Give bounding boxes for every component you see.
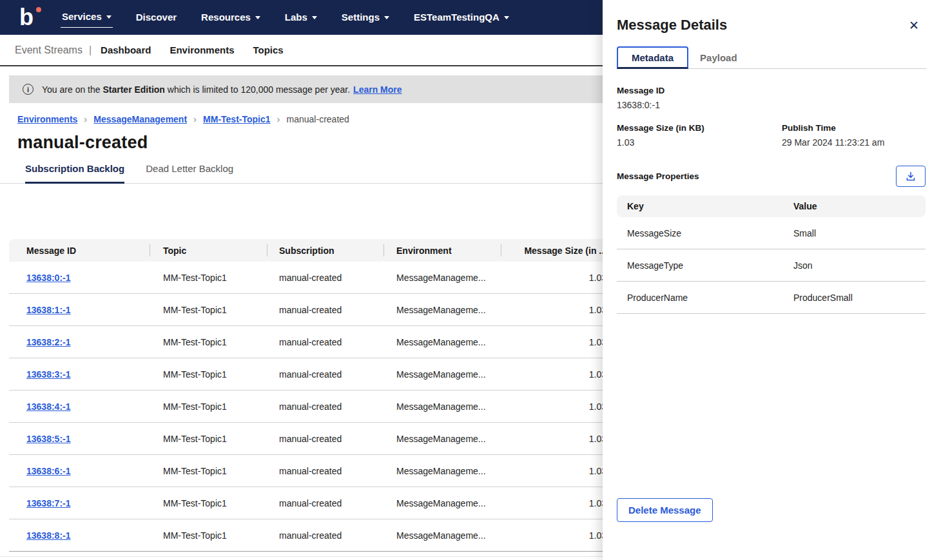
message-size-value: 1.03 xyxy=(617,137,782,148)
cell-environment: MessageManageme... xyxy=(383,455,501,487)
brand-logo-dot-icon xyxy=(36,7,41,12)
message-details-panel: Message Details ✕ Metadata Payload Messa… xyxy=(603,0,941,560)
message-id-link[interactable]: 13638:2:-1 xyxy=(26,337,71,347)
tab-metadata[interactable]: Metadata xyxy=(617,46,688,69)
message-id-link[interactable]: 13638:6:-1 xyxy=(26,466,71,476)
subnav-item-dashboard[interactable]: Dashboard xyxy=(101,44,151,55)
nav-item-account-menu[interactable]: ESTeamTestingQA xyxy=(412,8,510,28)
property-value: ProducerSmall xyxy=(782,293,926,303)
cell-subscription: manual-created xyxy=(267,487,383,519)
cell-message-id: 13638:7:-1 xyxy=(9,487,150,519)
cell-topic: MM-Test-Topic1 xyxy=(150,391,267,422)
cell-message-size: 1.03 xyxy=(501,455,616,487)
nav-item-resources[interactable]: Resources xyxy=(200,8,262,28)
product-section-label: Event Streams xyxy=(15,44,82,56)
table-row[interactable]: 13638:3:-1MM-Test-Topic1manual-createdMe… xyxy=(9,358,616,391)
messages-table-header: Message ID Topic Subscription Environmen… xyxy=(9,239,616,262)
nav-item-label: Settings xyxy=(342,12,380,23)
nav-item-settings[interactable]: Settings xyxy=(340,8,391,28)
chevron-right-icon: › xyxy=(84,113,87,124)
message-size-label: Message Size (in KB) xyxy=(617,123,782,133)
properties-table-header: Key Value xyxy=(617,195,926,217)
property-value: Small xyxy=(782,228,926,238)
table-row[interactable]: 13638:7:-1MM-Test-Topic1manual-createdMe… xyxy=(9,487,616,519)
column-header-subscription: Subscription xyxy=(267,239,383,262)
cell-subscription: manual-created xyxy=(267,262,383,293)
cell-message-size: 1.03 xyxy=(501,326,616,358)
message-id-link[interactable]: 13638:5:-1 xyxy=(26,434,71,444)
message-id-link[interactable]: 13638:4:-1 xyxy=(26,401,71,412)
column-header-environment: Environment xyxy=(383,239,501,262)
nav-item-label: ESTeamTestingQA xyxy=(414,12,500,23)
subnav-item-topics[interactable]: Topics xyxy=(253,44,283,55)
property-key: ProducerName xyxy=(617,293,782,303)
message-id-link[interactable]: 13638:8:-1 xyxy=(26,530,71,541)
cell-environment: MessageManageme... xyxy=(383,391,501,422)
cell-message-size: 1.03 xyxy=(501,391,616,422)
table-row[interactable]: 13638:4:-1MM-Test-Topic1manual-createdMe… xyxy=(9,391,616,423)
cell-topic: MM-Test-Topic1 xyxy=(150,294,267,325)
tab-dead-letter-backlog[interactable]: Dead Letter Backlog xyxy=(146,163,233,184)
download-icon xyxy=(905,171,917,182)
brand-logo[interactable]: b xyxy=(19,6,41,29)
breadcrumb-topic[interactable]: MM-Test-Topic1 xyxy=(203,114,270,124)
tab-subscription-backlog[interactable]: Subscription Backlog xyxy=(25,163,124,184)
breadcrumb-environments[interactable]: Environments xyxy=(17,114,77,124)
messages-table: Message ID Topic Subscription Environmen… xyxy=(9,239,616,552)
cell-message-id: 13638:8:-1 xyxy=(9,519,150,551)
subnav-item-environments[interactable]: Environments xyxy=(170,44,234,55)
banner-text: You are on the Starter Edition which is … xyxy=(42,84,350,95)
delete-message-button[interactable]: Delete Message xyxy=(617,498,713,522)
property-row: MessageTypeJson xyxy=(617,249,926,282)
publish-time-value: 29 Mar 2024 11:23:21 am xyxy=(782,137,884,148)
cell-message-size: 1.03 xyxy=(501,294,616,325)
table-row[interactable]: 13638:6:-1MM-Test-Topic1manual-createdMe… xyxy=(9,455,616,487)
table-row[interactable]: 13638:1:-1MM-Test-Topic1manual-createdMe… xyxy=(9,294,616,326)
nav-item-labs[interactable]: Labs xyxy=(284,8,318,28)
breadcrumb-message-management[interactable]: MessageManagement xyxy=(93,114,187,124)
cell-topic: MM-Test-Topic1 xyxy=(150,487,267,519)
learn-more-link[interactable]: Learn More xyxy=(353,84,402,95)
nav-item-label: Services xyxy=(62,11,102,22)
message-properties-label: Message Properties xyxy=(617,171,699,181)
cell-subscription: manual-created xyxy=(267,455,383,487)
cell-environment: MessageManageme... xyxy=(383,487,501,519)
chevron-down-icon xyxy=(106,15,112,19)
message-id-link[interactable]: 13638:7:-1 xyxy=(26,498,71,508)
panel-tabs: Metadata Payload xyxy=(617,46,926,69)
tab-payload[interactable]: Payload xyxy=(690,47,748,69)
cell-topic: MM-Test-Topic1 xyxy=(150,455,267,487)
nav-item-discover[interactable]: Discover xyxy=(135,8,178,28)
column-header-topic: Topic xyxy=(150,239,267,262)
cell-environment: MessageManageme... xyxy=(383,294,501,325)
cell-environment: MessageManageme... xyxy=(383,423,501,454)
chevron-down-icon xyxy=(384,16,389,19)
cell-message-size: 1.03 xyxy=(501,262,616,293)
table-row[interactable]: 13638:0:-1MM-Test-Topic1manual-createdMe… xyxy=(9,262,616,294)
message-id-label: Message ID xyxy=(617,86,926,95)
column-header-message-size: Message Size (in ... xyxy=(501,239,616,262)
column-header-message-id: Message ID xyxy=(9,239,150,262)
property-row: ProducerNameProducerSmall xyxy=(617,282,926,314)
cell-topic: MM-Test-Topic1 xyxy=(150,326,267,358)
message-id-link[interactable]: 13638:0:-1 xyxy=(26,273,71,283)
brand-logo-letter: b xyxy=(19,4,34,30)
message-id-link[interactable]: 13638:3:-1 xyxy=(26,369,71,380)
nav-item-services[interactable]: Services xyxy=(61,7,113,28)
table-row[interactable]: 13638:2:-1MM-Test-Topic1manual-createdMe… xyxy=(9,326,616,358)
message-id-link[interactable]: 13638:1:-1 xyxy=(26,305,71,315)
cell-subscription: manual-created xyxy=(267,391,383,422)
table-row[interactable]: 13638:8:-1MM-Test-Topic1manual-createdMe… xyxy=(9,519,616,552)
table-row[interactable]: 13638:5:-1MM-Test-Topic1manual-createdMe… xyxy=(9,423,616,455)
cell-subscription: manual-created xyxy=(267,294,383,325)
nav-item-label: Labs xyxy=(285,12,307,23)
panel-title: Message Details xyxy=(617,17,727,34)
download-properties-button[interactable] xyxy=(896,166,926,187)
cell-environment: MessageManageme... xyxy=(383,262,501,293)
cell-environment: MessageManageme... xyxy=(383,326,501,358)
property-key: MessageSize xyxy=(617,228,782,238)
cell-message-size: 1.03 xyxy=(501,487,616,519)
bottom-divider xyxy=(0,556,603,557)
close-icon[interactable]: ✕ xyxy=(909,19,919,32)
breadcrumb-current: manual-created xyxy=(287,114,349,124)
